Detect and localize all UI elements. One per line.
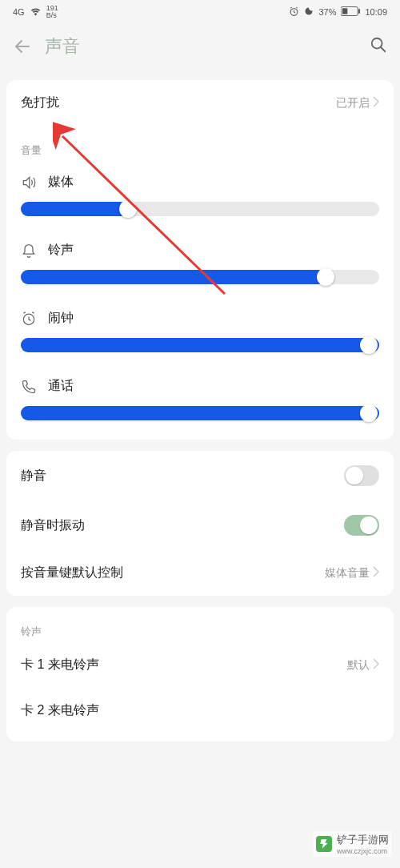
page-title: 声音 [45,34,80,58]
dnd-row[interactable]: 免打扰 已开启 [6,80,394,126]
vibrate-row[interactable]: 静音时振动 [6,500,394,550]
alarm-status-icon [289,6,299,18]
call-slider[interactable] [21,406,379,420]
slider-label: 媒体 [48,174,74,191]
slider-call: 通话 [6,365,394,440]
alarm-slider[interactable] [21,338,379,352]
slider-alarm: 闹钟 [6,297,394,365]
wifi-icon [30,6,42,18]
slider-label: 闹钟 [48,310,74,327]
sim2-label: 卡 2 来电铃声 [21,702,99,719]
clock-time: 10:09 [365,7,387,17]
toggles-card: 静音 静音时振动 按音量键默认控制 媒体音量 [6,451,394,596]
svg-rect-3 [359,9,361,14]
status-bar: 4G 191 B/s 37% 10:09 [0,0,400,24]
chevron-right-icon [373,96,379,110]
svg-rect-2 [342,8,347,14]
sim1-value: 默认 [347,658,379,673]
volkey-value: 媒体音量 [325,566,379,581]
slider-label: 通话 [48,378,74,395]
chevron-right-icon [373,658,379,672]
volkey-label: 按音量键默认控制 [21,565,123,581]
dnd-card: 免打扰 已开启 音量 媒体 [6,80,394,440]
sim2-ringtone-row[interactable]: 卡 2 来电铃声 [6,688,394,733]
slider-ringtone: 铃声 [6,229,394,297]
phone-icon [21,379,37,395]
status-right: 37% 10:09 [289,6,387,18]
chevron-right-icon [373,566,379,580]
battery-pct: 37% [318,7,336,17]
vibrate-label: 静音时振动 [21,517,85,534]
watermark-logo-icon [316,836,332,852]
volume-section-title: 音量 [6,126,394,161]
mute-toggle[interactable] [344,465,379,486]
volkey-row[interactable]: 按音量键默认控制 媒体音量 [6,550,394,596]
dnd-value: 已开启 [336,96,379,111]
mute-row[interactable]: 静音 [6,451,394,500]
network-speed: 191 B/s [46,5,58,19]
media-slider[interactable] [21,202,379,216]
dnd-label: 免打扰 [21,94,59,111]
sim1-label: 卡 1 来电铃声 [21,657,99,673]
slider-label: 铃声 [48,242,74,259]
slider-media: 媒体 [6,161,394,229]
bell-icon [21,243,37,259]
sim1-ringtone-row[interactable]: 卡 1 来电铃声 默认 [6,642,394,688]
volume-icon [21,175,37,191]
header-bar: 声音 [0,24,400,69]
alarm-icon [21,311,37,327]
ringtone-slider[interactable] [21,270,379,284]
watermark: 铲子手游网 www.czjxjc.com [313,831,392,857]
back-button[interactable] [13,37,32,56]
ringtone-card: 铃声 卡 1 来电铃声 默认 卡 2 来电铃声 [6,607,394,741]
vibrate-toggle[interactable] [344,515,379,536]
battery-icon [341,6,360,18]
mute-label: 静音 [21,468,46,484]
status-left: 4G 191 B/s [13,5,58,19]
watermark-url: www.czjxjc.com [337,847,389,855]
network-type: 4G [13,7,25,17]
ringtone-section-title: 铃声 [6,607,394,642]
watermark-name: 铲子手游网 [337,833,389,847]
moon-icon [304,6,314,18]
search-button[interactable] [370,36,387,57]
